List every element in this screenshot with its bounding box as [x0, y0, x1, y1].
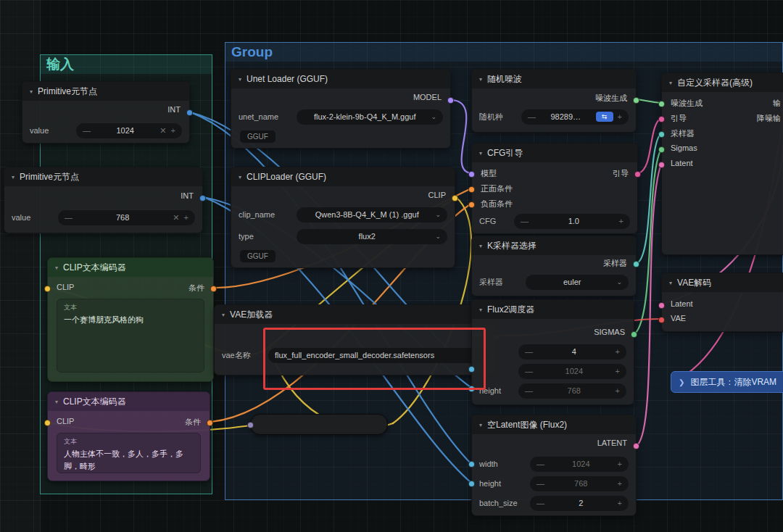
plus-icon[interactable]: + [618, 112, 622, 121]
node-ksampler-select-header[interactable]: ▾ K采样器选择 [472, 236, 636, 255]
sigmas-output-port[interactable] [631, 331, 637, 338]
node-clip-encode-positive-header[interactable]: ▾ CLIP文本编码器 [48, 258, 213, 277]
guider-output-port[interactable] [634, 171, 641, 178]
node-unet-loader[interactable]: ▾ Unet Loader (GGUF) MODEL unet_name flu… [231, 69, 451, 149]
node-vae-decode-header[interactable]: ▾ VAE解码 [662, 273, 783, 292]
unet-name-combo[interactable]: flux-2-klein-9b-Q4_K_M.gguf ⌄ [297, 109, 443, 125]
node-clear-vram[interactable]: ❯ 图层工具：清除VRAM [671, 371, 783, 393]
int-output-port[interactable] [199, 195, 206, 201]
positive-input-port[interactable] [468, 186, 475, 193]
node-random-noise-header[interactable]: ▾ 随机噪波 [472, 70, 636, 88]
node-vae-decode[interactable]: ▾ VAE解码 Latent VAE [661, 273, 783, 332]
node-empty-latent-header[interactable]: ▾ 空Latent图像 (Flux2) [472, 415, 636, 434]
plus-icon[interactable]: + [618, 499, 622, 507]
chevron-down-icon[interactable]: ⌄ [616, 278, 622, 286]
plus-icon[interactable]: + [616, 347, 620, 356]
sampler-combo[interactable]: euler ⌄ [526, 275, 629, 290]
node-primitive-width[interactable]: ▾ Primitive元节点 INT value — 1024 ✕ + [22, 81, 190, 144]
minus-icon[interactable]: — [525, 367, 533, 375]
sampler-output-port[interactable] [633, 261, 639, 267]
node-random-noise[interactable]: ▾ 随机噪波 噪波生成 随机种 — 98289… ⇆ + [471, 69, 637, 133]
node-clip-encode-positive[interactable]: ▾ CLIP文本编码器 CLIP 条件 文本 一个赛博朋克风格的狗 [47, 257, 214, 382]
seed-stepper[interactable]: — 98289… ⇆ + [521, 109, 629, 125]
clip-input-port[interactable] [44, 286, 51, 292]
plus-icon[interactable]: + [171, 126, 175, 135]
plus-icon[interactable]: + [616, 386, 620, 395]
plus-icon[interactable]: + [618, 479, 622, 488]
minus-icon[interactable]: — [536, 460, 544, 468]
collapse-icon[interactable]: ▾ [239, 174, 241, 180]
collapse-icon[interactable]: ▾ [669, 80, 672, 86]
node-flux2-scheduler-header[interactable]: ▾ Flux2调度器 [472, 300, 634, 319]
node-primitive-width-header[interactable]: ▾ Primitive元节点 [22, 82, 189, 101]
collapse-icon[interactable]: ▾ [479, 76, 482, 83]
clip-input-port[interactable] [44, 420, 51, 426]
node-clip-loader-header[interactable]: ▾ CLIPLoader (GGUF) [231, 167, 455, 186]
width-input-port[interactable] [468, 461, 475, 467]
height-stepper[interactable]: — 768 + [518, 383, 626, 399]
collapse-icon[interactable]: ▾ [30, 88, 33, 95]
clip-name-combo[interactable]: Qwen3-8B-Q4_K_M (1) .gguf ⌄ [297, 207, 447, 223]
collapse-icon[interactable]: ▾ [55, 399, 58, 405]
node-cfg-guider-header[interactable]: ▾ CFG引导 [472, 144, 637, 162]
node-clip-encode-negative-header[interactable]: ▾ CLIP文本编码器 [48, 392, 210, 411]
node-custom-sampler-header[interactable]: ▾ 自定义采样器(高级) [662, 73, 783, 92]
node-ksampler-select[interactable]: ▾ K采样器选择 采样器 采样器 euler ⌄ [471, 236, 637, 296]
batch-size-stepper[interactable]: — 2 + [530, 496, 629, 511]
collapse-icon[interactable]: ▾ [12, 174, 14, 180]
width-stepper[interactable]: — 1024 + [530, 457, 629, 472]
chevron-down-icon[interactable]: ⌄ [431, 113, 436, 120]
latent-input-port[interactable] [658, 302, 665, 309]
collapse-icon[interactable]: ▾ [222, 312, 225, 318]
value-stepper[interactable]: — 1024 ✕ + [76, 123, 182, 138]
width-stepper[interactable]: — 1024 + [518, 364, 626, 379]
clear-icon[interactable]: ✕ [173, 213, 179, 223]
collapse-icon[interactable]: ▾ [669, 280, 672, 286]
node-cfg-guider[interactable]: ▾ CFG引导 模型 正面条件 负面条件 引导 CFG — 1.0 + [471, 143, 638, 234]
type-combo[interactable]: flux2 ⌄ [297, 229, 447, 244]
conditioning-output-port[interactable] [207, 420, 213, 426]
minus-icon[interactable]: — [83, 126, 91, 135]
node-primitive-height[interactable]: ▾ Primitive元节点 INT value — 768 ✕ + [4, 167, 203, 233]
node-vae-loader-header[interactable]: ▾ VAE加载器 [215, 305, 496, 324]
minus-icon[interactable]: — [536, 479, 544, 488]
noise-output-port[interactable] [633, 97, 639, 104]
clip-output-port[interactable] [452, 195, 458, 201]
model-output-port[interactable] [447, 97, 454, 104]
prompt-textarea[interactable]: 文本 一个赛博朋克风格的狗 [57, 299, 204, 373]
chevron-down-icon[interactable]: ⌄ [435, 211, 441, 218]
collapse-icon[interactable]: ▾ [55, 265, 58, 271]
collapse-icon[interactable]: ▾ [479, 150, 482, 157]
node-clip-loader[interactable]: ▾ CLIPLoader (GGUF) CLIP clip_name Qwen3… [231, 167, 455, 268]
latent-output-port[interactable] [633, 443, 639, 449]
minus-icon[interactable]: — [536, 499, 544, 507]
negative-input-port[interactable] [468, 201, 475, 208]
node-custom-sampler-advanced[interactable]: ▾ 自定义采样器(高级) 噪波生成 引导 采样器 Sigmas Latent 输… [661, 72, 783, 255]
minus-icon[interactable]: — [65, 213, 72, 222]
cfg-stepper[interactable]: — 1.0 + [514, 214, 630, 229]
minus-icon[interactable]: — [525, 386, 533, 395]
randomize-toggle[interactable]: ⇆ [596, 112, 613, 122]
conditioning-output-port[interactable] [210, 286, 217, 292]
collapse-icon[interactable]: ▾ [479, 307, 482, 313]
height-stepper[interactable]: — 768 + [530, 476, 629, 491]
node-unet-loader-header[interactable]: ▾ Unet Loader (GGUF) [231, 70, 450, 88]
collapse-icon[interactable]: ▾ [479, 243, 482, 249]
prompt-textarea[interactable]: 文本 人物主体不一致，多人，多手，多脚，畸形 [57, 433, 201, 473]
height-input-port[interactable] [468, 481, 475, 487]
plus-icon[interactable]: + [616, 367, 620, 375]
vae-input-port[interactable] [658, 317, 665, 323]
latent-input-port[interactable] [658, 162, 665, 168]
sampler-input-port[interactable] [658, 131, 665, 138]
clear-icon[interactable]: ✕ [160, 126, 166, 136]
plus-icon[interactable]: + [619, 217, 624, 225]
guider-input-port[interactable] [658, 116, 665, 122]
plus-icon[interactable]: + [184, 213, 188, 222]
collapse-icon[interactable]: ▾ [239, 76, 241, 83]
noise-input-port[interactable] [658, 101, 665, 107]
collapse-icon[interactable]: ▾ [479, 422, 482, 428]
node-primitive-height-header[interactable]: ▾ Primitive元节点 [4, 167, 202, 186]
node-clip-encode-negative[interactable]: ▾ CLIP文本编码器 CLIP 条件 文本 人物主体不一致，多人，多手，多脚，… [47, 391, 210, 481]
reroute-port[interactable] [247, 422, 254, 428]
node-collapsed-reroute[interactable] [250, 414, 388, 435]
